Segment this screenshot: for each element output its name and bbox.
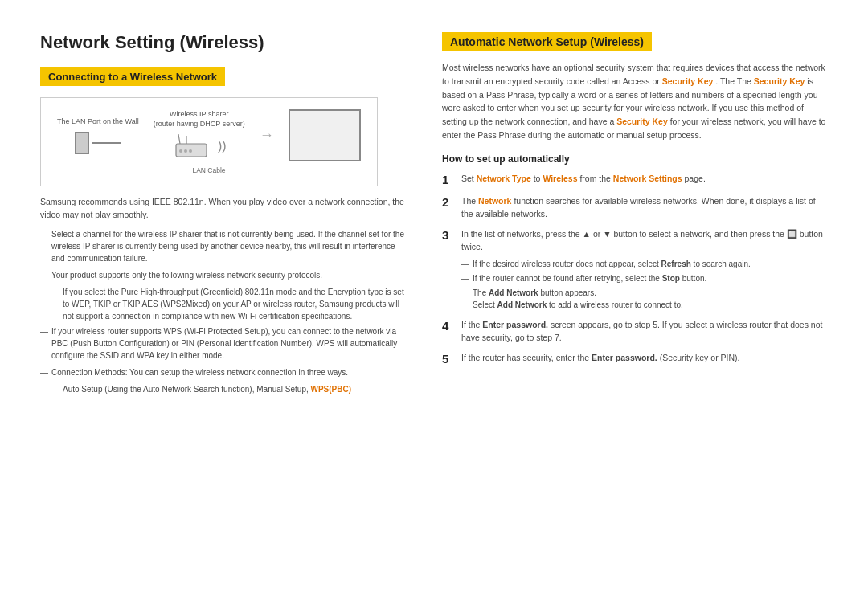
right-body-text: Most wireless networks have an optional … [442, 61, 828, 142]
step-3-content: In the list of networks, press the ▲ or … [461, 228, 828, 311]
step-1-network-type: Network Type [477, 174, 531, 183]
step-2: 2 The Network function searches for avai… [442, 195, 828, 221]
tv-group [289, 109, 361, 161]
bullet-4-text: Connection Methods: You can setup the wi… [51, 368, 348, 377]
subsection-title: How to set up automatically [442, 153, 828, 165]
svg-point-5 [189, 149, 192, 153]
left-body-text: Samsung recommends using IEEE 802.11n. W… [40, 196, 410, 222]
bullet-3: If your wireless router supports WPS (Wi… [40, 325, 410, 362]
right-body-2: . The [715, 76, 735, 86]
wall-port-icon [75, 132, 89, 154]
bullet-2: Your product supports only the following… [40, 269, 410, 281]
step-5-enter-password: Enter password. [592, 353, 657, 362]
sub-item-1-text: If you select the Pure High-throughput (… [63, 288, 404, 321]
add-network2-label: Add Network [497, 300, 547, 309]
step-5-end: (Security key or PIN). [660, 353, 740, 362]
security-key-2: Security Key [754, 76, 805, 86]
network-diagram: The LAN Port on the Wall Wireless IP sha… [40, 97, 378, 186]
router-box: Wireless IP sharer (router having DHCP s… [154, 110, 245, 161]
step-5-pre: If the router has security, enter the [461, 353, 589, 362]
bullet-1-text: Select a channel for the wireless IP sha… [51, 230, 404, 263]
step-1-pre: Set [461, 174, 474, 183]
step-3: 3 In the list of networks, press the ▲ o… [442, 228, 828, 311]
step-2-num: 2 [442, 195, 453, 221]
step-4-content: If the Enter password. screen appears, g… [461, 319, 828, 345]
security-key-1: Security Key [662, 76, 714, 86]
step-1-content: Set Network Type to Wireless from the Ne… [461, 173, 828, 187]
page-title: Network Setting (Wireless) [40, 32, 410, 53]
security-key-3: Security Key [616, 116, 668, 126]
step-5: 5 If the router has security, enter the … [442, 352, 828, 366]
svg-line-1 [178, 134, 180, 144]
add-network-label: Add Network [489, 288, 538, 297]
step-1-wireless: Wireless [542, 174, 577, 183]
bullet-1: Select a channel for the wireless IP sha… [40, 228, 410, 264]
step-2-content: The Network function searches for availa… [461, 195, 828, 221]
auto-setup-label: Auto Setup (Using the Auto Network Searc… [63, 385, 309, 394]
step-3-bullet-2: If the router cannot be found after retr… [461, 272, 828, 284]
bullet-2-text: Your product supports only the following… [51, 271, 322, 280]
step-2-network: Network [478, 196, 511, 206]
stop-label: Stop [662, 274, 680, 283]
step-4: 4 If the Enter password. screen appears,… [442, 319, 828, 345]
auto-setup-text: Auto Setup (Using the Auto Network Searc… [40, 383, 410, 395]
router-icon-group: )) [172, 131, 227, 161]
steps-list: 1 Set Network Type to Wireless from the … [442, 173, 828, 367]
step-1: 1 Set Network Type to Wireless from the … [442, 173, 828, 187]
step-4-num: 4 [442, 319, 453, 345]
step-4-enter-password: Enter password. [482, 320, 548, 329]
cable-label: LAN Cable [57, 166, 361, 174]
step-3-num: 3 [442, 228, 453, 311]
wps-label: WPS(PBC) [311, 385, 352, 394]
step-2-pre: The [461, 196, 476, 206]
left-section-heading: Connecting to a Wireless Network [40, 67, 225, 86]
refresh-label: Refresh [661, 260, 691, 268]
right-column: Automatic Network Setup (Wireless) Most … [442, 32, 828, 374]
left-column: Network Setting (Wireless) Connecting to… [40, 32, 410, 398]
step-1-network-settings: Network Settings [613, 174, 682, 183]
router-sublabel: (router having DHCP server) [154, 120, 245, 128]
right-section-heading: Automatic Network Setup (Wireless) [442, 32, 652, 51]
diagram-left: The LAN Port on the Wall [57, 117, 139, 154]
sub-item-1: If you select the Pure High-throughput (… [40, 286, 410, 322]
bullet-4: Connection Methods: You can setup the wi… [40, 366, 410, 378]
step-3-add-network-1: The Add Network button appears. [461, 287, 828, 299]
step-1-num: 1 [442, 173, 453, 187]
bullet-3-text: If your wireless router supports WPS (Wi… [51, 327, 397, 360]
cable-icon [92, 142, 121, 144]
wifi-waves-icon: )) [218, 139, 227, 153]
right-body-3: The [737, 76, 754, 86]
step-5-content: If the router has security, enter the En… [461, 352, 828, 366]
step-3-add-network-2: Select Add Network to add a wireless rou… [461, 299, 828, 311]
page-layout: Network Setting (Wireless) Connecting to… [40, 32, 828, 398]
router-icon [172, 131, 216, 161]
tv-icon [289, 109, 361, 161]
step-1-end: page. [685, 174, 706, 183]
step-3-bullets: If the desired wireless router does not … [461, 258, 828, 311]
step-2-end: function searches for available wireless… [461, 196, 816, 219]
step-4-pre: If the [461, 320, 480, 329]
step-3-text: In the list of networks, press the ▲ or … [461, 229, 823, 251]
wireless-label: Wireless IP sharer [170, 110, 228, 118]
arrow-icon: → [260, 127, 274, 144]
wall-label: The LAN Port on the Wall [57, 117, 139, 125]
svg-point-3 [179, 149, 182, 153]
step-1-mid2: from the [579, 174, 611, 183]
svg-point-4 [184, 149, 187, 153]
step-5-num: 5 [442, 352, 453, 366]
step-3-bullet-1: If the desired wireless router does not … [461, 258, 828, 270]
step-1-mid: to [534, 174, 541, 183]
